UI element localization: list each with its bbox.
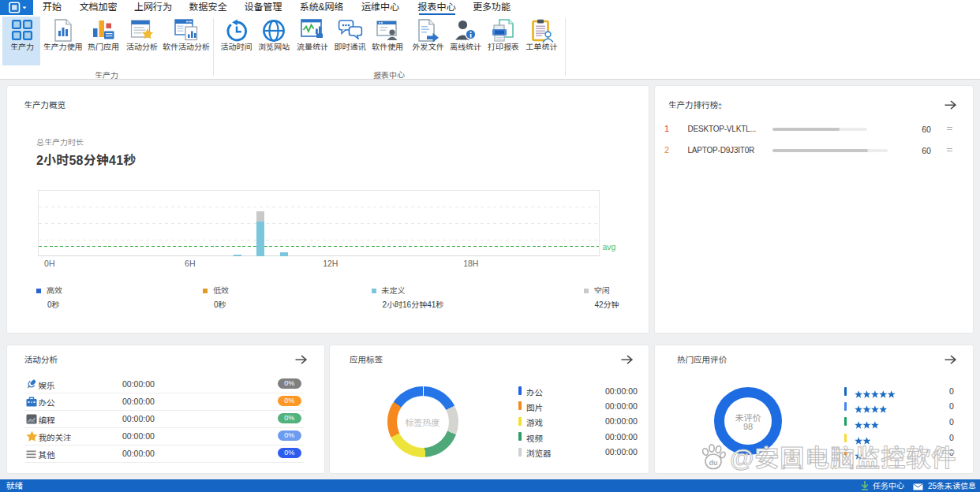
svg-text:du: du	[709, 459, 718, 467]
